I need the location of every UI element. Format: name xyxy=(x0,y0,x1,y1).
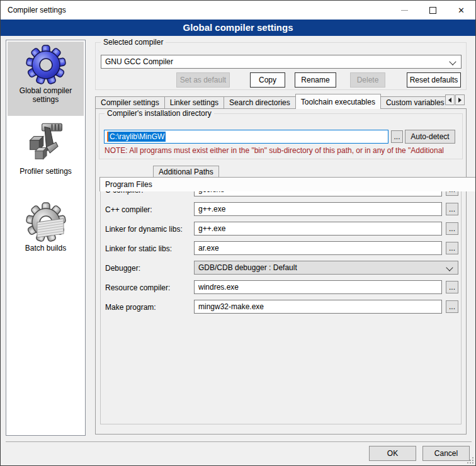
make-program-label: Make program: xyxy=(105,303,156,312)
compiler-select[interactable]: GNU GCC Compiler xyxy=(101,55,462,69)
compiler-select-value: GNU GCC Compiler xyxy=(105,57,173,66)
sidebar-item-global-compiler-settings[interactable]: Global compiler settings xyxy=(8,42,84,116)
ok-button[interactable]: OK xyxy=(369,446,416,461)
copy-button[interactable]: Copy xyxy=(250,72,285,88)
sidebar-item-label: Batch builds xyxy=(8,244,84,253)
sidebar-item-label: Profiler settings xyxy=(8,167,84,176)
make-program-value: mingw32-make.exe xyxy=(198,302,264,311)
caliper-icon xyxy=(25,120,67,166)
gear-stack-icon xyxy=(26,202,66,242)
installation-directory-input[interactable]: C:\raylib\MinGW xyxy=(104,130,388,144)
maximize-button[interactable] xyxy=(419,1,447,20)
tab-scroll-right-button[interactable] xyxy=(455,94,465,105)
title-bar[interactable]: Compiler settings ✕ xyxy=(1,1,475,20)
sidebar-item-label: Global compiler settings xyxy=(8,86,84,104)
minimize-icon xyxy=(401,10,408,11)
delete-button[interactable]: Delete xyxy=(350,72,385,88)
cpp-compiler-browse-button[interactable]: ... xyxy=(446,203,458,215)
linker-dynamic-input[interactable]: g++.exe xyxy=(194,222,442,236)
page-title: Global compiler settings xyxy=(1,20,475,36)
debugger-select[interactable]: GDB/CDB debugger : Default xyxy=(194,261,458,275)
cancel-button[interactable]: Cancel xyxy=(422,446,470,461)
linker-static-input[interactable]: ar.exe xyxy=(194,241,442,255)
cpp-compiler-value: g++.exe xyxy=(198,205,225,213)
footer-divider xyxy=(6,441,472,442)
linker-dynamic-browse-button[interactable]: ... xyxy=(446,222,458,235)
make-program-input[interactable]: mingw32-make.exe xyxy=(194,300,442,314)
installation-directory-legend: Compiler's installation directory xyxy=(105,109,214,118)
debugger-label: Debugger: xyxy=(105,264,140,273)
linker-static-browse-button[interactable]: ... xyxy=(446,242,458,254)
tab-linker-settings[interactable]: Linker settings xyxy=(164,96,224,109)
subtab-additional-paths[interactable]: Additional Paths xyxy=(153,166,219,178)
selected-compiler-legend: Selected compiler xyxy=(101,38,166,47)
settings-category-list: Global compiler settings xyxy=(6,40,86,436)
tab-search-directories[interactable]: Search directories xyxy=(224,96,296,109)
maximize-icon xyxy=(429,7,436,14)
resource-compiler-input[interactable]: windres.exe xyxy=(194,280,442,294)
cpp-compiler-label: C++ compiler: xyxy=(105,205,152,214)
window-title: Compiler settings xyxy=(8,6,66,14)
tab-compiler-settings[interactable]: Compiler settings xyxy=(95,96,165,109)
cpp-compiler-input[interactable]: g++.exe xyxy=(194,202,442,216)
debugger-value: GDB/CDB debugger : Default xyxy=(198,263,297,272)
selected-compiler-group: Selected compiler GNU GCC Compiler Set a… xyxy=(95,42,467,90)
sidebar-item-batch-builds[interactable]: Batch builds xyxy=(8,199,84,259)
chevron-down-icon xyxy=(449,58,456,65)
make-program-browse-button[interactable]: ... xyxy=(446,300,458,313)
close-button[interactable]: ✕ xyxy=(447,1,475,20)
rename-button[interactable]: Rename xyxy=(295,72,336,88)
tab-toolchain-executables[interactable]: Toolchain executables xyxy=(295,94,381,109)
close-icon: ✕ xyxy=(458,6,465,14)
tab-custom-variables[interactable]: Custom variables xyxy=(380,96,446,109)
settings-tab-bar: Compiler settings Linker settings Search… xyxy=(95,94,446,109)
arrow-left-icon xyxy=(448,98,451,103)
bin-subdirectory-note: NOTE: All programs must exist either in … xyxy=(105,146,462,155)
resize-grip[interactable] xyxy=(467,457,473,463)
browse-directory-button[interactable]: ... xyxy=(391,130,403,143)
linker-dynamic-label: Linker for dynamic libs: xyxy=(105,225,183,234)
resource-compiler-value: windres.exe xyxy=(198,283,239,292)
linker-dynamic-value: g++.exe xyxy=(198,224,225,233)
gear-blue-icon xyxy=(26,45,66,85)
installation-directory-value: C:\raylib\MinGW xyxy=(108,132,166,142)
chevron-down-icon xyxy=(446,264,453,271)
minimize-button[interactable] xyxy=(390,1,419,20)
compiler-settings-dialog: Compiler settings ✕ Global compiler sett… xyxy=(0,0,476,466)
reset-defaults-button[interactable]: Reset defaults xyxy=(407,72,461,88)
sidebar-item-profiler-settings[interactable]: Profiler settings xyxy=(8,117,84,184)
linker-static-value: ar.exe xyxy=(198,244,219,253)
linker-static-label: Linker for static libs: xyxy=(105,244,172,253)
subtab-program-files[interactable]: Program Files xyxy=(99,177,476,191)
resource-compiler-label: Resource compiler: xyxy=(105,283,170,292)
arrow-right-icon xyxy=(458,98,462,103)
auto-detect-button[interactable]: Auto-detect xyxy=(405,130,455,144)
tab-scroll-left-button[interactable] xyxy=(445,94,455,105)
set-as-default-button[interactable]: Set as default xyxy=(176,72,230,88)
resource-compiler-browse-button[interactable]: ... xyxy=(446,281,458,293)
